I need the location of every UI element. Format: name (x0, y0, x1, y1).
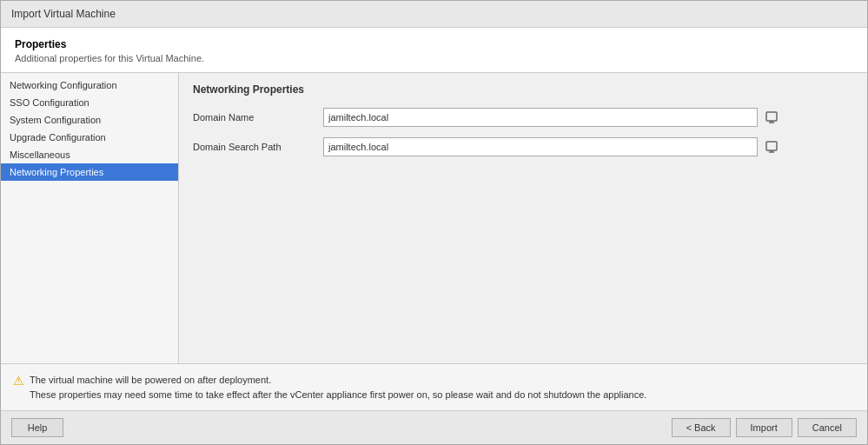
domain-search-path-row: Domain Search Path (193, 137, 853, 156)
domain-name-row: Domain Name (193, 108, 853, 127)
sidebar-item-upgrade-configuration[interactable]: Upgrade Configuration (1, 129, 178, 146)
svg-rect-0 (766, 112, 777, 121)
right-buttons: < Back Import Cancel (672, 418, 857, 437)
warning-line2: These properties may need some time to t… (30, 388, 646, 402)
footer-warning: ⚠ The virtual machine will be powered on… (1, 363, 867, 410)
sidebar-item-sso-configuration[interactable]: SSO Configuration (1, 94, 178, 111)
domain-name-label: Domain Name (193, 112, 323, 123)
properties-title: Properties (15, 38, 853, 50)
section-title: Networking Properties (193, 83, 853, 96)
warning-text-block: The virtual machine will be powered on a… (30, 373, 646, 402)
domain-search-path-icon[interactable] (763, 138, 780, 156)
properties-subtitle: Additional properties for this Virtual M… (15, 53, 853, 63)
sidebar: Networking Configuration SSO Configurati… (1, 73, 179, 363)
domain-search-path-label: Domain Search Path (193, 142, 323, 152)
warning-line1: The virtual machine will be powered on a… (30, 373, 646, 388)
sidebar-item-networking-configuration[interactable]: Networking Configuration (1, 76, 178, 94)
properties-header: Properties Additional properties for thi… (1, 28, 867, 73)
sidebar-item-networking-properties[interactable]: Networking Properties (1, 163, 178, 181)
warning-row: ⚠ The virtual machine will be powered on… (13, 373, 855, 402)
sidebar-item-miscellaneous[interactable]: Miscellaneous (1, 146, 178, 163)
help-button[interactable]: Help (11, 418, 63, 437)
title-bar: Import Virtual Machine (1, 1, 867, 28)
warning-icon: ⚠ (13, 374, 24, 388)
main-content: Networking Configuration SSO Configurati… (1, 73, 867, 363)
dialog-title: Import Virtual Machine (11, 8, 116, 20)
import-virtual-machine-dialog: Import Virtual Machine Properties Additi… (0, 0, 868, 445)
svg-rect-3 (766, 142, 777, 150)
domain-name-input[interactable] (323, 108, 758, 127)
action-bar: Help < Back Import Cancel (1, 410, 867, 444)
sidebar-item-system-configuration[interactable]: System Configuration (1, 111, 178, 129)
back-button[interactable]: < Back (672, 418, 731, 437)
content-area: Networking Properties Domain Name Domain… (179, 73, 867, 363)
domain-search-path-input[interactable] (323, 137, 758, 156)
cancel-button[interactable]: Cancel (798, 418, 857, 437)
import-button[interactable]: Import (736, 418, 792, 437)
domain-name-icon[interactable] (763, 109, 780, 126)
